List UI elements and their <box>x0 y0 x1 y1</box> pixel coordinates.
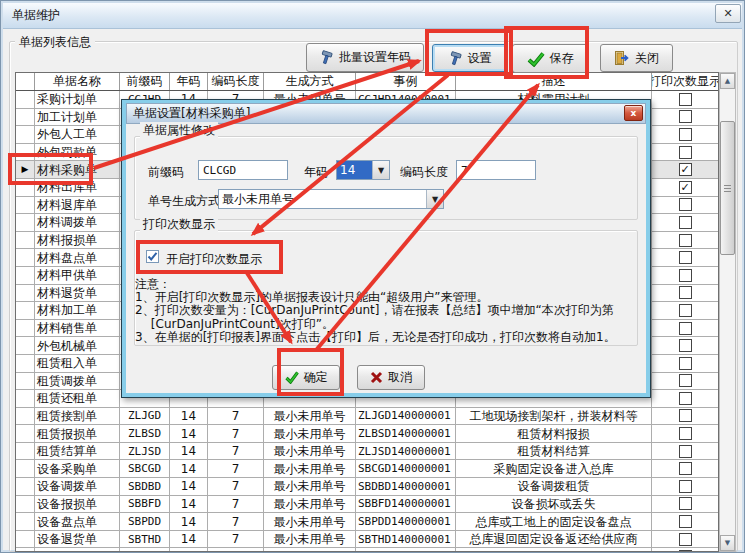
code-length-label: 编码长度 <box>400 164 448 181</box>
dialog-notes: 注意： 1、开启[打印次数显示]的单据报表设计只能由“超级用户”来管理。 2、打… <box>135 278 640 344</box>
print-count-display-checkbox[interactable] <box>679 269 692 282</box>
row-selection-marker <box>16 337 35 355</box>
close-window-label: 关闭 <box>635 50 659 67</box>
cell-desc: 租赁材料结算 <box>456 443 652 461</box>
cell-year: 14 <box>170 443 208 461</box>
prefix-input[interactable]: CLCGD <box>198 160 288 180</box>
row-selection-marker <box>16 144 35 162</box>
cell-print-count <box>652 126 719 144</box>
dialog-close-button[interactable]: x <box>624 105 643 121</box>
print-count-display-checkbox[interactable] <box>679 93 692 106</box>
cell-name: 设备退货单 <box>35 531 120 549</box>
save-button[interactable]: 保存 <box>512 44 588 73</box>
table-row[interactable]: 设备盘点单SBPDD147最小未用单号SBPDD140000001总库或工地上的… <box>16 513 718 531</box>
row-selection-marker <box>16 126 35 144</box>
cell-name: 材料甲供单 <box>35 267 120 285</box>
print-count-display-checkbox[interactable] <box>679 146 692 159</box>
column-header: 年码 <box>170 73 208 90</box>
table-row[interactable]: 租赁接割单ZLJGD147最小未用单号ZLJGD140000001工地现场接割架… <box>16 408 718 426</box>
print-count-display-checkbox[interactable] <box>679 515 692 528</box>
print-count-display-checkbox[interactable] <box>679 198 692 211</box>
print-count-display-checkbox[interactable] <box>679 234 692 247</box>
print-count-display-checkbox[interactable] <box>679 251 692 264</box>
print-count-display-checkbox[interactable]: ✓ <box>679 163 692 176</box>
table-row[interactable]: 设备退货单SBTHD147最小未用单号SBTHD140000001总库退回固定设… <box>16 531 718 549</box>
print-count-display-checkbox[interactable] <box>679 322 692 335</box>
vertical-scrollbar[interactable]: ▲ ▼ <box>719 72 736 552</box>
prefix-value: CLCGD <box>203 164 236 177</box>
triangle-down-icon: ▼ <box>725 539 730 547</box>
cell-len: 7 <box>208 548 264 552</box>
print-count-display-checkbox[interactable] <box>679 409 692 422</box>
print-count-display-checkbox[interactable] <box>679 427 692 440</box>
scroll-up-button[interactable]: ▲ <box>720 73 735 89</box>
scrollbar-thumb[interactable] <box>720 121 735 255</box>
year-label: 年码 <box>304 164 328 181</box>
cell-name: 材料采购单 <box>35 161 120 179</box>
cell-name: 材料调拨单 <box>35 214 120 232</box>
cell-print-count <box>652 91 719 109</box>
cell-print-count <box>652 320 719 338</box>
ok-button[interactable]: 确定 <box>272 365 340 390</box>
print-count-display-checkbox[interactable] <box>679 216 692 229</box>
chevron-down-icon[interactable]: ▼ <box>372 161 389 179</box>
row-selection-marker <box>16 496 35 514</box>
table-row[interactable]: 设备报损单SBBFD147最小未用单号SBBFD140000001设备损坏或丢失 <box>16 496 718 514</box>
cell-name: 外包人工单 <box>35 126 120 144</box>
cell-example: SBCGD140000001 <box>356 460 456 478</box>
print-count-display-checkbox[interactable] <box>679 304 692 317</box>
print-count-display-checkbox[interactable] <box>679 533 692 546</box>
enable-print-count-checkbox[interactable] <box>146 250 159 263</box>
table-row[interactable]: 设备采购单SBCGD147最小未用单号SBCGD140000001采购固定设备进… <box>16 460 718 478</box>
cell-year: 14 <box>170 513 208 531</box>
table-row[interactable]: 员工罚款单NBFKD147最小未用单号NBFKD140000001内部员工罚款 <box>16 548 718 552</box>
print-count-display-checkbox[interactable] <box>679 550 692 552</box>
print-count-display-checkbox[interactable] <box>679 286 692 299</box>
print-count-display-checkbox[interactable] <box>679 128 692 141</box>
settings-button[interactable]: 设置 <box>432 44 507 72</box>
print-count-display-checkbox[interactable] <box>679 110 692 123</box>
enable-print-count-label: 开启打印次数显示 <box>166 251 262 268</box>
print-count-display-checkbox[interactable] <box>679 462 692 475</box>
cell-name: 采购计划单 <box>35 91 120 109</box>
print-count-display-checkbox[interactable] <box>679 480 692 493</box>
table-row[interactable]: 设备调拨单SBDBD147最小未用单号SBDBD140000001设备调拨租赁 <box>16 478 718 496</box>
batch-set-year-button[interactable]: 批量设置年码 <box>306 43 424 72</box>
column-header: 单据名称 <box>35 73 120 90</box>
cell-example: SBBFD140000001 <box>356 496 456 514</box>
print-count-display-checkbox[interactable] <box>679 339 692 352</box>
chevron-down-icon[interactable]: ▼ <box>426 190 443 208</box>
print-count-display-checkbox[interactable] <box>679 357 692 370</box>
close-window-button[interactable]: 关闭 <box>600 44 673 72</box>
print-count-display-checkbox[interactable] <box>679 374 692 387</box>
cell-name: 材料盘点单 <box>35 249 120 267</box>
table-row[interactable]: 租赁报损单ZLBSD147最小未用单号ZLBSD140000001租赁材料报损 <box>16 425 718 443</box>
prefix-label: 前缀码 <box>148 164 184 181</box>
hammer-icon <box>448 51 463 66</box>
print-count-display-checkbox[interactable]: ✓ <box>679 181 692 194</box>
cell-method: 最小未用单号 <box>264 408 356 426</box>
print-count-display-checkbox[interactable] <box>679 497 692 510</box>
cell-name: 租赁报损单 <box>35 425 120 443</box>
scroll-down-button[interactable]: ▼ <box>720 535 735 551</box>
print-count-display-checkbox[interactable] <box>679 392 692 405</box>
year-dropdown[interactable]: 14 ▼ <box>336 160 390 180</box>
cancel-button[interactable]: 取消 <box>357 365 425 390</box>
cell-desc: 采购固定设备进入总库 <box>456 460 652 478</box>
cell-year: 14 <box>170 460 208 478</box>
cell-name: 外包机械单 <box>35 337 120 355</box>
table-header-row: 单据名称 前缀码 年码 编码长度 生成方式 事例 描述 打印次数显示 <box>16 73 718 91</box>
cell-prefix: ZLJGD <box>120 408 170 426</box>
cell-print-count <box>652 408 719 426</box>
table-row[interactable]: 租赁结算单ZLJSD147最小未用单号ZLJSD140000001租赁材料结算 <box>16 443 718 461</box>
number-method-value: 最小未用单号 <box>219 190 426 208</box>
print-count-display-checkbox[interactable] <box>679 445 692 458</box>
properties-group-label: 单据属性修改 <box>140 122 218 139</box>
code-length-input[interactable]: 7 <box>456 160 536 180</box>
cell-print-count <box>652 373 719 391</box>
number-method-dropdown[interactable]: 最小未用单号 ▼ <box>218 189 444 209</box>
cell-prefix: SBPDD <box>120 513 170 531</box>
window-close-button[interactable]: ✕ <box>715 4 741 23</box>
window-title: 单据维护 <box>12 7 60 24</box>
cell-print-count <box>652 144 719 162</box>
